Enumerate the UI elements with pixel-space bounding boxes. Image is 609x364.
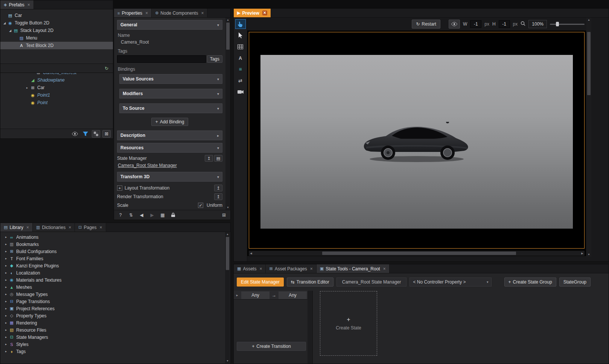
expand-arrow-icon[interactable]: ▸: [3, 264, 9, 267]
back-icon[interactable]: ◀: [137, 211, 146, 219]
tree-item-point1[interactable]: ◉Point1: [0, 91, 113, 99]
transition-to[interactable]: Any: [279, 291, 307, 299]
panel-tab-assets[interactable]: ▦Assets×: [234, 264, 266, 273]
select-tool-icon[interactable]: [235, 30, 246, 40]
expand-arrow-icon[interactable]: ▸: [3, 307, 9, 310]
edit-state-manager-button[interactable]: Edit State Manager: [237, 278, 284, 287]
expand-arrow-icon[interactable]: ▸: [3, 278, 9, 282]
panel-tab-pages[interactable]: ⊡Pages×: [75, 223, 106, 232]
visibility-eye-icon[interactable]: [71, 130, 79, 138]
library-scrollbar[interactable]: ▲ ▼: [225, 232, 230, 363]
preview-viewport[interactable]: [260, 55, 573, 229]
tree-item-meshes[interactable]: ▸▲Meshes: [0, 284, 225, 291]
preview-h-scrollbar[interactable]: ◀ ▶: [249, 251, 585, 256]
interaction-tool-icon[interactable]: [235, 19, 246, 29]
panel-tab-dictionaries[interactable]: ▥Dictionaries×: [33, 223, 75, 232]
close-icon[interactable]: ×: [310, 266, 313, 271]
tree-item-rendering[interactable]: ▸▦Rendering: [0, 319, 225, 326]
tree-item-car[interactable]: ▤Car: [0, 12, 113, 19]
scroll-right-icon[interactable]: ▶: [580, 251, 585, 256]
add-binding-button[interactable]: + Add Binding: [151, 118, 189, 126]
list-icon[interactable]: ▤: [214, 155, 222, 162]
text-tool-icon[interactable]: A: [235, 53, 246, 63]
expand-arrow-icon[interactable]: ▸: [3, 350, 9, 353]
preview-v-scrollbar[interactable]: ▲ ▼: [586, 18, 591, 257]
properties-scrollbar[interactable]: ▲ ▼: [225, 18, 230, 210]
zoom-value[interactable]: 100%: [528, 20, 547, 28]
tree-item-point[interactable]: ◉Point: [0, 99, 113, 106]
collapse-arrow-icon[interactable]: ◢: [8, 29, 13, 32]
panel-tab-properties[interactable]: ≡Properties×: [114, 9, 152, 17]
panel-tab-node-components[interactable]: ⊛Node Components×: [152, 9, 207, 17]
tree-item-resource-files[interactable]: ▸▧Resource Files: [0, 326, 225, 334]
uniform-checkbox[interactable]: ✓: [198, 203, 203, 208]
preview-eye-icon[interactable]: [449, 20, 460, 29]
expand-arrow-icon[interactable]: ▸: [3, 250, 9, 253]
close-icon[interactable]: ×: [26, 225, 29, 230]
tree-item-menu[interactable]: ▨Menu: [0, 34, 113, 42]
tags-button[interactable]: Tags: [207, 55, 222, 63]
tree-item-kanzi-engine-plugins[interactable]: ▸◆Kanzi Engine Plugins: [0, 262, 225, 269]
scroll-left-icon[interactable]: ◀: [249, 251, 253, 256]
transition-editor-button[interactable]: ⇆ Transition Editor: [287, 278, 333, 287]
tree-item-build-configurations[interactable]: ▸⊞Build Configurations: [0, 248, 225, 255]
expand-arrow-icon[interactable]: ▸: [3, 235, 9, 239]
scroll-down-icon[interactable]: ▼: [225, 205, 230, 210]
panel-tab-asset-packages[interactable]: ⊞Asset Packages×: [266, 264, 316, 273]
workspace-grid-icon[interactable]: ⊞: [220, 211, 228, 219]
expand-arrow-icon[interactable]: ▸: [24, 86, 30, 89]
upload-icon[interactable]: ↥: [214, 185, 222, 191]
panel-tab-prefabs[interactable]: ◈Prefabs×: [0, 0, 34, 9]
grid-tool-icon[interactable]: [235, 42, 246, 52]
tree-item-font-families[interactable]: ▸TFont Families: [0, 255, 225, 262]
expand-arrow-icon[interactable]: ▸: [3, 300, 9, 303]
tree-item-state-managers[interactable]: ▸⊡State Managers: [0, 334, 225, 341]
name-value[interactable]: Camera_Root: [121, 39, 222, 45]
section-general[interactable]: General ▾: [117, 20, 222, 30]
panel-tab-library[interactable]: ▤Library×: [0, 223, 33, 232]
panel-tab-preview[interactable]: ▶Preview×: [234, 9, 271, 17]
close-icon[interactable]: ×: [69, 225, 71, 230]
tree-item-property-types[interactable]: ▸◇Property Types: [0, 312, 225, 319]
section-description[interactable]: Description ▸: [117, 130, 222, 140]
close-icon[interactable]: ×: [262, 11, 267, 15]
section-modifiers[interactable]: Modifiers ▾: [119, 89, 222, 99]
expand-arrow-icon[interactable]: ▸: [3, 293, 9, 296]
expand-arrow-icon[interactable]: ▸: [3, 321, 9, 325]
expand-arrow-icon[interactable]: ▸: [3, 285, 9, 289]
close-icon[interactable]: ×: [383, 266, 386, 271]
tree-item-materials-and-textures[interactable]: ▸◉Materials and Textures: [0, 276, 225, 284]
zoom-slider[interactable]: [550, 21, 585, 27]
scroll-down-icon[interactable]: ▼: [225, 359, 230, 363]
expand-plus-icon[interactable]: +: [117, 185, 122, 191]
close-icon[interactable]: ×: [99, 225, 102, 230]
expand-arrow-icon[interactable]: ▸: [3, 243, 9, 246]
collapse-arrow-icon[interactable]: ◢: [2, 21, 7, 25]
tree-item-bookmarks[interactable]: ▸▥Bookmarks: [0, 241, 225, 248]
tree-item-localization[interactable]: ▸◐Localization: [0, 269, 225, 276]
tree-item-project-references[interactable]: ▸▣Project References: [0, 305, 225, 312]
close-icon[interactable]: ×: [145, 11, 148, 16]
checkerboard-icon[interactable]: [92, 130, 100, 138]
create-state-button[interactable]: + Create State: [320, 291, 377, 356]
scroll-up-icon[interactable]: ▲: [225, 18, 230, 22]
create-transition-button[interactable]: + Create Transition: [237, 342, 306, 351]
transitions-scrollbar[interactable]: [308, 291, 312, 364]
camera-tool-icon[interactable]: [235, 87, 246, 97]
section-transform-3d[interactable]: Transform 3D ▾: [117, 172, 222, 182]
state-group-button[interactable]: StateGroup: [559, 278, 591, 287]
scroll-down-icon[interactable]: ▼: [586, 252, 591, 257]
tree-item-styles[interactable]: ▸SStyles: [0, 341, 225, 348]
clear-filter-icon[interactable]: ⊠: [102, 130, 111, 138]
section-to-source[interactable]: To Source ▾: [119, 103, 222, 113]
expand-arrow-icon[interactable]: ▸: [3, 257, 9, 260]
tree-item-animations[interactable]: ▸∞Animations: [0, 234, 225, 241]
tags-input[interactable]: [117, 55, 206, 63]
help-icon[interactable]: ?: [116, 211, 125, 219]
collapse-all-icon[interactable]: ⇅: [127, 211, 135, 219]
controller-property-dropdown[interactable]: < No Controller Property > ▾: [410, 278, 492, 287]
select-frame-icon[interactable]: ▦: [158, 211, 167, 219]
transition-from[interactable]: Any: [241, 291, 269, 299]
section-resources[interactable]: Resources ▾: [117, 143, 222, 153]
transition-play-icon[interactable]: ▸: [234, 293, 241, 297]
